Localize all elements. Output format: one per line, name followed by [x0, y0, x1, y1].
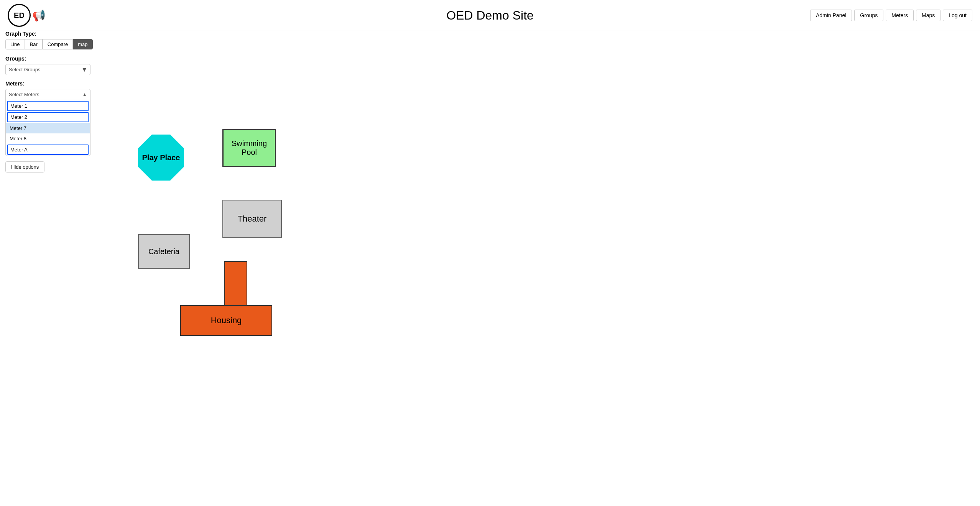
- meters-arrow-icon: ▲: [82, 92, 87, 97]
- tab-line[interactable]: Line: [5, 39, 25, 49]
- play-place-label: Play Place: [142, 153, 180, 162]
- meters-button[interactable]: Meters: [886, 10, 914, 21]
- sidebar: Graph Type: Line Bar Compare map Groups:…: [0, 0, 96, 178]
- cafeteria-label: Cafeteria: [148, 247, 179, 256]
- meter-option-2[interactable]: Meter 2: [7, 112, 89, 122]
- admin-panel-button[interactable]: Admin Panel: [810, 10, 852, 21]
- meter-option-8[interactable]: Meter 8: [6, 133, 90, 144]
- groups-select[interactable]: Select Groups: [5, 64, 90, 75]
- meters-section: Select Meters ▲ Meter 1 Meter 2 Meter 7 …: [5, 89, 90, 156]
- groups-button[interactable]: Groups: [854, 10, 883, 21]
- meters-label: Meters:: [5, 80, 90, 87]
- maps-button[interactable]: Maps: [916, 10, 941, 21]
- swimming-pool-label: Swimming Pool: [224, 139, 275, 157]
- meters-header[interactable]: Select Meters ▲: [6, 89, 90, 100]
- meter-option-a[interactable]: Meter A: [7, 145, 89, 155]
- logout-button[interactable]: Log out: [943, 10, 972, 21]
- cafeteria-shape[interactable]: Cafeteria: [138, 234, 190, 269]
- tab-bar[interactable]: Bar: [25, 39, 43, 49]
- hide-options-button[interactable]: Hide options: [5, 161, 44, 172]
- play-place-shape[interactable]: Play Place: [138, 135, 184, 181]
- theater-label: Theater: [238, 214, 267, 224]
- meter-option-1[interactable]: Meter 1: [7, 101, 89, 111]
- groups-label: Groups:: [5, 56, 90, 62]
- site-title: OED Demo Site: [446, 8, 534, 23]
- theater-shape[interactable]: Theater: [222, 200, 282, 238]
- housing-label: Housing: [211, 315, 242, 325]
- swimming-pool-shape[interactable]: Swimming Pool: [222, 129, 276, 167]
- graph-type-tabs: Line Bar Compare map: [5, 39, 90, 49]
- map-area: Play Place Swimming Pool Theater Cafeter…: [100, 58, 980, 506]
- header: ED 📢 OED Demo Site Admin Panel Groups Me…: [0, 0, 980, 31]
- graph-type-label: Graph Type:: [5, 31, 90, 37]
- nav-buttons: Admin Panel Groups Meters Maps Log out: [810, 10, 972, 21]
- tab-compare[interactable]: Compare: [43, 39, 73, 49]
- tab-map[interactable]: map: [73, 39, 92, 49]
- groups-select-wrapper: Select Groups ▼: [5, 64, 90, 75]
- meters-placeholder: Select Meters: [9, 92, 39, 97]
- meter-option-7[interactable]: Meter 7: [6, 123, 90, 133]
- meters-dropdown: Select Meters ▲ Meter 1 Meter 2 Meter 7 …: [5, 89, 90, 156]
- housing-bottom-block: Housing: [180, 305, 272, 336]
